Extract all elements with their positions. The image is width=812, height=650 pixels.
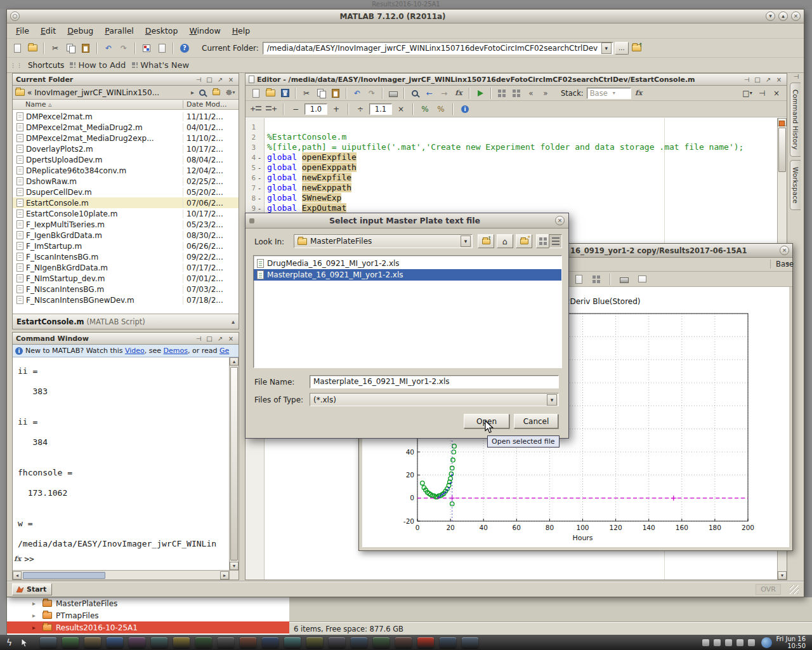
breadcrumb-expand-icon[interactable]: ▸ — [191, 89, 194, 96]
tray-icon[interactable] — [714, 639, 721, 646]
editor-close-button[interactable]: × — [769, 87, 783, 100]
file-row[interactable]: EstartConsole.m07/06/2... — [13, 197, 239, 208]
taskbar-clock[interactable]: Fri Jun 16 10:50 — [776, 635, 806, 649]
help-button[interactable]: ? — [178, 42, 192, 55]
up-one-folder-button[interactable]: ↑ — [630, 42, 644, 55]
name-column-header[interactable]: Name ▵ — [25, 100, 51, 109]
folder-breadcrumb[interactable]: « InovImager_jwrCF_WINLinx150... ▸ ☸▾ — [13, 86, 239, 100]
dock-icon[interactable]: ⊣ — [790, 73, 802, 80]
command-prompt-row[interactable]: fx >> — [13, 554, 229, 564]
figure-frame-button[interactable] — [635, 273, 649, 286]
code-line[interactable]: 1 — [246, 122, 777, 132]
scroll-up-icon[interactable]: ▴ — [230, 357, 239, 366]
file-row[interactable]: F_IscanIntensBG.m09/22/2... — [13, 251, 239, 262]
cancel-button[interactable]: Cancel — [514, 414, 558, 428]
print-button[interactable] — [386, 87, 400, 100]
matlab-titlebar[interactable]: ○ MATLAB 7.12.0 (R2011a) ▾ ▴ × — [7, 10, 804, 23]
breadcrumb-path[interactable]: « InovImager_jwrCF_WINLinx150... — [27, 88, 188, 97]
getting-started-link[interactable]: Ge — [219, 347, 229, 355]
scroll-down-icon[interactable]: ▾ — [230, 562, 239, 570]
menu-edit[interactable]: Edit — [35, 23, 62, 38]
pointer-icon[interactable] — [21, 638, 29, 647]
taskbar-app-icon[interactable] — [218, 637, 234, 648]
dialog-close-button[interactable]: × — [555, 216, 565, 225]
evaluate-section-button[interactable]: % — [418, 103, 432, 116]
shortcut-whats-new[interactable]: What's New — [131, 59, 190, 72]
code-line[interactable]: 4-global openExpfile — [246, 152, 777, 162]
cell-mode-info-button[interactable]: i — [458, 103, 472, 116]
dock-icon[interactable]: ⊣ — [194, 76, 203, 83]
decrease-value-button[interactable]: − — [289, 103, 303, 116]
redo-button[interactable]: ↷ — [117, 42, 131, 55]
collapse-details-icon[interactable]: ▴ — [232, 318, 235, 325]
menu-desktop[interactable]: Desktop — [140, 23, 184, 38]
tab-command-history[interactable]: Command History — [790, 83, 801, 157]
tray-icon[interactable] — [737, 639, 743, 646]
menu-file[interactable]: File — [10, 23, 35, 38]
simulink-button[interactable] — [140, 42, 154, 55]
taskbar-app-icon[interactable] — [107, 637, 123, 648]
code-line[interactable]: 7-global newExppath — [246, 183, 777, 193]
video-link[interactable]: Video — [125, 347, 145, 355]
command-window-vscrollbar[interactable]: ▴ ▾ — [229, 357, 239, 570]
undock-icon[interactable]: ↗ — [216, 76, 225, 83]
paste-button[interactable] — [329, 87, 343, 100]
expand-triangle-icon[interactable]: ▸ — [32, 600, 39, 607]
code-line[interactable]: 2%EstartConsole.m — [246, 132, 777, 142]
current-folder-panel-header[interactable]: Current Folder ⊣ □ ↗ × — [13, 74, 239, 86]
close-button[interactable]: × — [791, 11, 801, 21]
current-folder-input[interactable]: /media/data/EASY/InovImager_jwrCF_WINLin… — [263, 42, 613, 55]
file-row[interactable]: DReplicate96to384conv.m12/04/2... — [13, 165, 239, 176]
file-row[interactable]: F_ImStartup.m06/26/2... — [13, 241, 239, 251]
chevron-down-icon[interactable]: ▾ — [547, 394, 557, 406]
dock-icon[interactable]: ⊣ — [742, 76, 751, 83]
paste-button[interactable] — [79, 42, 93, 55]
taskbar-app-icon[interactable] — [173, 637, 190, 648]
vscroll-thumb[interactable] — [778, 128, 786, 172]
expand-triangle-icon[interactable]: ▸ — [32, 612, 39, 619]
taskbar-app-icon[interactable] — [62, 637, 79, 648]
command-window-header[interactable]: Command Window ⊣ □ ↗ × — [13, 333, 239, 345]
file-row[interactable]: F_NIscanIntensBGnewDev.m07/18/2... — [13, 295, 239, 305]
menu-debug[interactable]: Debug — [62, 23, 99, 38]
current-folder-dropdown[interactable]: ▾ — [601, 43, 612, 54]
actions-menu-button[interactable]: ☸▾ — [225, 87, 236, 98]
taskbar-app-icon[interactable] — [262, 637, 278, 648]
resize-grip[interactable] — [790, 585, 799, 594]
close-panel-icon[interactable]: × — [226, 335, 235, 342]
window-menu-icon[interactable]: ○ — [10, 11, 20, 21]
file-row[interactable]: DMPexcel2mat_MediaDrug2exp...11/10/2... — [13, 133, 239, 143]
file-row[interactable]: DMPexcel2mat_MediaDrug2.m04/01/2... — [13, 122, 239, 133]
icon-view-button[interactable] — [536, 234, 549, 248]
increase-indent-button[interactable]: » — [539, 87, 553, 100]
value-step-input[interactable]: 1.0 — [304, 103, 327, 115]
figure-close-button[interactable]: × — [780, 246, 789, 255]
tray-icon[interactable] — [748, 639, 755, 646]
evaluate-cell-button[interactable] — [509, 87, 523, 100]
editor-header[interactable]: Editor - /media/data/EASY/InovImager_jwr… — [246, 74, 787, 86]
open-file-button[interactable] — [25, 42, 39, 55]
file-row[interactable]: DsuperCellDev.m05/20/2... — [13, 187, 239, 197]
code-line[interactable]: 9-global ExpOutmat — [246, 203, 777, 213]
file-row[interactable]: F_IgenBkGrdData.m08/30/2... — [13, 230, 239, 241]
browse-folder-button[interactable]: ... — [615, 42, 629, 55]
launcher-icon[interactable]: ϟ — [6, 637, 12, 647]
expand-triangle-icon[interactable]: ▸ — [32, 624, 39, 631]
undock-icon[interactable]: ↗ — [216, 335, 225, 342]
insert-cell-divider2-button[interactable]: + — [265, 103, 278, 116]
close-panel-icon[interactable]: × — [775, 76, 783, 83]
increase-value-button[interactable]: + — [329, 103, 343, 116]
decrease-indent-button[interactable]: « — [524, 87, 538, 100]
hscroll-thumb[interactable] — [23, 572, 105, 579]
copy-button[interactable] — [314, 87, 328, 100]
maximize-panel-icon[interactable]: □ — [205, 335, 214, 342]
minimize-button[interactable]: ▾ — [766, 11, 775, 21]
cut-button[interactable]: ✂ — [48, 42, 62, 55]
menu-window[interactable]: Window — [183, 23, 226, 38]
maximize-button[interactable]: ▴ — [778, 11, 788, 21]
find-button[interactable] — [408, 87, 422, 100]
start-button[interactable]: Start — [12, 583, 52, 595]
shortcut-how-to-add[interactable]: How to Add — [69, 59, 126, 72]
new-folder-button[interactable]: * — [516, 234, 532, 248]
maximize-panel-icon[interactable]: □ — [753, 76, 762, 83]
